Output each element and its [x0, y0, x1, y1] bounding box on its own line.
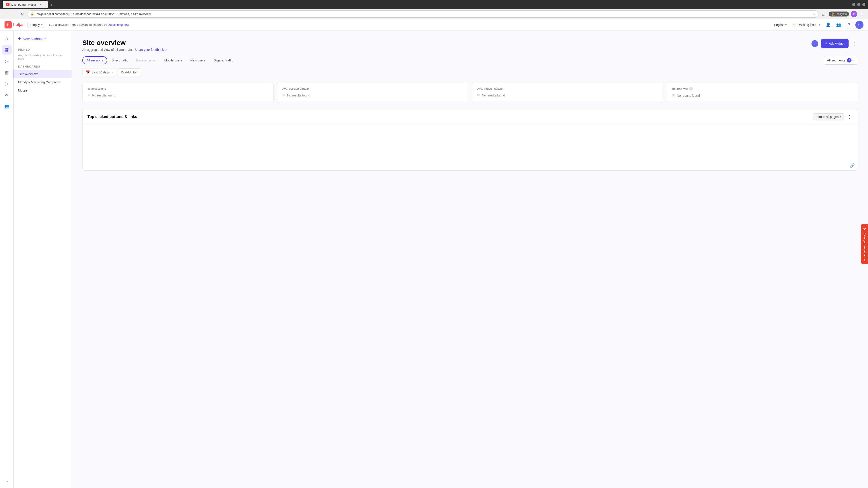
address-bar[interactable]: 🔒 insights.hotjar.com/sites/3814994/dash…	[27, 10, 819, 18]
section-actions: across all pages ▾ ⋮	[813, 113, 853, 120]
tab-new-users[interactable]: New users	[186, 57, 209, 64]
page-subtitle: An aggregated view of all your data. Sha…	[82, 48, 167, 52]
cast-icon[interactable]: ⬚	[820, 11, 827, 17]
bounce-rate-value: ✉ No results found	[672, 93, 853, 98]
no-results-icon-2: ✉	[282, 93, 285, 97]
main-area: ⌂ ▦ ◎ ▨ ▷ ✉ 👥 → + New dashboard Pinned A…	[0, 31, 868, 488]
pinned-section-title: Pinned	[13, 46, 72, 53]
active-tab[interactable]: H Dashboard - Hotjar ×	[3, 1, 48, 8]
trial-link[interactable]: subscribing now	[108, 23, 129, 26]
external-link-icon: ↗	[164, 48, 167, 52]
address-star-icon[interactable]: ☆	[812, 12, 815, 16]
dashboards-section-title: Dashboards	[13, 63, 72, 70]
tab-favicon: H	[6, 3, 9, 6]
add-widget-button[interactable]: + Add widget	[821, 39, 848, 48]
new-dashboard-button[interactable]: + New dashboard	[13, 33, 72, 44]
segments-count-badge: 8	[847, 58, 851, 63]
hotjar-wordmark: hotjar	[13, 22, 24, 27]
sidebar-expand-button[interactable]: →	[2, 477, 12, 485]
section-footer: 🔗	[83, 161, 858, 170]
add-filter-button[interactable]: ⧉ Add filter	[118, 68, 141, 76]
page-actions: + Add widget ⋮	[811, 39, 858, 48]
nav-item-moojie[interactable]: Moojie	[13, 86, 72, 94]
tab-organic-traffic[interactable]: Organic traffic	[210, 57, 237, 64]
language-selector[interactable]: English ▾	[772, 22, 788, 28]
refresh-button[interactable]: ↻	[19, 11, 25, 17]
filter-sub-row: 📅 Last 30 days ▾ ⧉ Add filter	[82, 68, 858, 76]
date-filter-label: Last 30 days	[92, 70, 110, 74]
sidebar-item-recordings[interactable]: ▷	[2, 78, 12, 89]
content-area: Site overview An aggregated view of all …	[72, 31, 868, 488]
tab-close-button[interactable]: ×	[39, 3, 42, 6]
page-more-button[interactable]: ⋮	[851, 40, 858, 47]
tracking-issue-button[interactable]: ⚠ Tracking issue ▾	[791, 22, 822, 28]
invite-user-button[interactable]: 👥	[835, 21, 843, 29]
sidebar-item-home[interactable]: ⌂	[2, 33, 12, 43]
close-button[interactable]	[862, 3, 865, 6]
help-button[interactable]: ?	[845, 21, 853, 29]
hotjar-logo-mark: H	[4, 21, 12, 29]
nav-item-moodjoy[interactable]: Moodjoy Marketing Campaign	[13, 78, 72, 86]
user-avatar[interactable]: U	[855, 21, 864, 29]
section-more-button[interactable]: ⋮	[846, 113, 853, 120]
page-title: Site overview	[82, 39, 167, 46]
browser-kebab-menu[interactable]: ⋮	[859, 11, 865, 17]
site-selector[interactable]: shopify ▾	[27, 22, 45, 28]
tab-direct-traffic[interactable]: Direct traffic	[107, 57, 132, 64]
rate-experience-sidebar[interactable]: ❤ Rate your experience	[861, 224, 868, 264]
total-sessions-no-results: No results found	[92, 94, 115, 97]
sidebar-item-feedback[interactable]: ✉	[2, 90, 12, 100]
section-title: Top clicked buttons & links	[88, 115, 137, 119]
incognito-label: Incognito	[836, 12, 847, 15]
share-feedback-link[interactable]: Share your feedback	[134, 48, 164, 52]
bounce-rate-label-row: Bounce rate i	[672, 87, 853, 91]
filter-tabs-row: All sessions Direct traffic Error occurr…	[82, 56, 858, 65]
section-dropdown-label: across all pages	[816, 115, 839, 119]
profile-icon[interactable]: P	[851, 11, 857, 17]
browser-chrome: H Dashboard - Hotjar × +	[0, 0, 868, 9]
site-dropdown-icon: ▾	[41, 23, 42, 26]
date-filter-button[interactable]: 📅 Last 30 days ▾	[82, 68, 116, 76]
back-button[interactable]: ←	[3, 11, 9, 17]
sidebar-item-insights[interactable]: ◎	[2, 56, 12, 66]
info-icon[interactable]: i	[689, 87, 693, 91]
calendar-icon: 📅	[86, 70, 90, 74]
avg-pages-session-no-results: No results found	[482, 94, 505, 97]
tab-all-sessions[interactable]: All sessions	[82, 56, 107, 64]
maximize-button[interactable]	[857, 3, 860, 6]
section-header: Top clicked buttons & links across all p…	[83, 109, 858, 125]
warning-icon: ⚠	[793, 23, 796, 27]
section-dropdown[interactable]: across all pages ▾	[813, 113, 844, 120]
tab-group: H Dashboard - Hotjar × +	[3, 1, 850, 8]
address-text[interactable]: insights.hotjar.com/sites/3814994/dashbo…	[36, 12, 811, 15]
forward-button[interactable]: →	[11, 11, 17, 17]
link-icon[interactable]: 🔗	[850, 163, 855, 168]
rate-experience-label: Rate your experience	[863, 233, 866, 261]
nav-item-site-overview[interactable]: Site overview	[13, 70, 72, 78]
sidebar-item-charts[interactable]: ▨	[2, 67, 12, 77]
total-sessions-value: ✉ No results found	[88, 93, 268, 97]
metrics-grid: Total sessions ✉ No results found Avg. s…	[82, 82, 858, 103]
top-clicked-section: Top clicked buttons & links across all p…	[82, 109, 858, 170]
sidebar-item-dashboard[interactable]: ▦	[2, 45, 12, 55]
minimize-button[interactable]	[852, 3, 855, 6]
new-tab-button[interactable]: +	[49, 2, 55, 8]
avg-pages-session-value: ✉ No results found	[477, 93, 658, 97]
segments-label: All segments	[827, 59, 845, 62]
bounce-rate-no-results: No results found	[677, 94, 700, 97]
segments-selector[interactable]: All segments 8 ▾	[824, 56, 858, 65]
metric-card-bounce-rate: Bounce rate i ✉ No results found	[667, 82, 858, 103]
sidebar-item-people[interactable]: 👥	[2, 101, 12, 111]
window-controls	[852, 3, 865, 6]
metric-card-total-sessions: Total sessions ✉ No results found	[82, 82, 274, 103]
app-layout: H hotjar shopify ▾ 11 trial days left · …	[0, 19, 868, 488]
pinned-subtitle: Any dashboards you pin will show here	[13, 53, 72, 63]
hotjar-logo[interactable]: H hotjar	[4, 21, 24, 29]
session-tabs-group: All sessions Direct traffic Error occurr…	[82, 56, 237, 64]
language-label: English	[774, 23, 784, 27]
add-user-icon-button[interactable]: 👤	[824, 21, 832, 29]
top-nav: H hotjar shopify ▾ 11 trial days left · …	[0, 19, 868, 31]
no-results-icon-1: ✉	[88, 93, 90, 97]
tab-mobile-users[interactable]: Mobile users	[160, 57, 186, 64]
new-dashboard-label: New dashboard	[23, 37, 46, 41]
